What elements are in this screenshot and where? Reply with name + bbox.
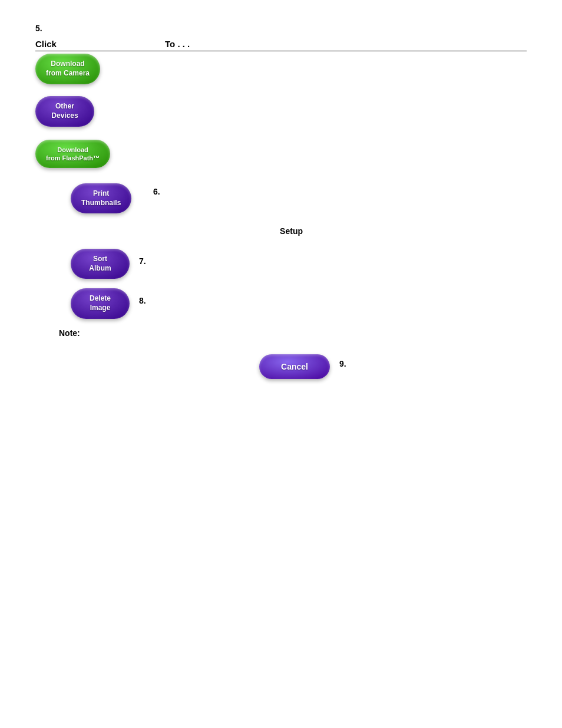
step-5-label: 5. bbox=[35, 24, 527, 33]
download-from-camera-button[interactable]: Downloadfrom Camera bbox=[35, 54, 100, 84]
table-row: Downloadfrom Camera bbox=[35, 51, 527, 87]
step-9-label: 9. bbox=[339, 359, 346, 368]
print-thumbnails-button[interactable]: PrintThumbnails bbox=[71, 183, 131, 213]
delete-image-button[interactable]: DeleteImage bbox=[71, 288, 130, 318]
other-devices-button[interactable]: OtherDevices bbox=[35, 96, 94, 126]
table-row: Downloadfrom FlashPath™ bbox=[35, 136, 527, 172]
step-8-label: 8. bbox=[139, 296, 146, 305]
setup-label: Setup bbox=[280, 226, 303, 236]
download-flashpath-button[interactable]: Downloadfrom FlashPath™ bbox=[35, 140, 110, 169]
cancel-button[interactable]: Cancel bbox=[259, 354, 330, 379]
sort-album-button[interactable]: SortAlbum bbox=[71, 249, 130, 279]
note-label: Note: bbox=[59, 328, 80, 338]
step-6-label: 6. bbox=[153, 187, 160, 196]
table-row: OtherDevices bbox=[35, 94, 527, 129]
step-7-label: 7. bbox=[139, 256, 146, 266]
table-col-click: Click bbox=[35, 39, 165, 49]
table-col-to: To . . . bbox=[165, 39, 527, 49]
